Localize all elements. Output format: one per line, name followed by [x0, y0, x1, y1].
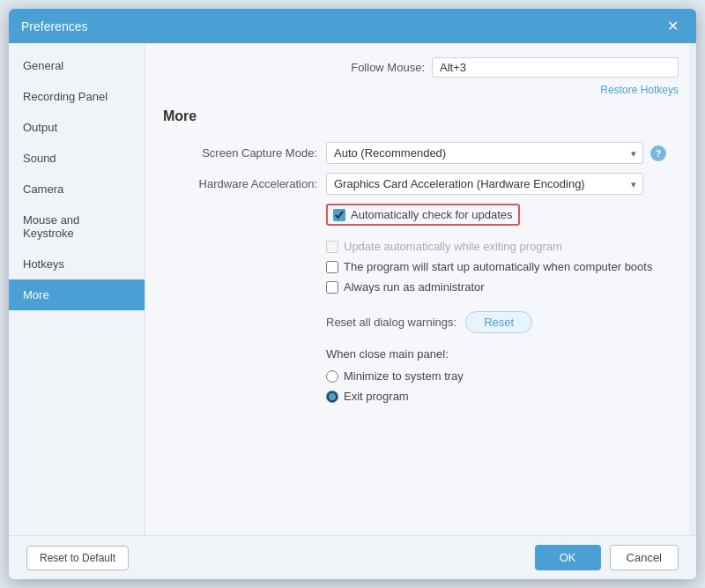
screen-capture-help-icon[interactable]: ?	[650, 145, 666, 161]
update-auto-checkbox[interactable]	[326, 241, 338, 253]
footer-actions: OK Cancel	[535, 545, 679, 570]
screen-capture-label: Screen Capture Mode:	[163, 146, 317, 160]
scrollbar[interactable]	[689, 43, 696, 535]
sidebar-item-hotkeys[interactable]: Hotkeys	[9, 249, 145, 279]
ok-button[interactable]: OK	[535, 545, 601, 570]
minimize-label[interactable]: Minimize to system tray	[344, 369, 464, 383]
startup-label[interactable]: The program will start up automatically …	[344, 260, 652, 273]
auto-check-checkbox[interactable]	[333, 209, 345, 221]
sidebar-item-more[interactable]: More	[9, 279, 145, 310]
sidebar-item-camera[interactable]: Camera	[9, 174, 145, 205]
sidebar-item-general[interactable]: General	[9, 50, 145, 81]
auto-check-label[interactable]: Automatically check for updates	[351, 208, 513, 221]
follow-mouse-label: Follow Mouse:	[351, 61, 425, 74]
dialog-body: General Recording Panel Output Sound Cam…	[9, 43, 696, 535]
screen-capture-select[interactable]: Auto (Recommended)	[326, 142, 643, 164]
sidebar-item-output[interactable]: Output	[9, 112, 145, 143]
preferences-dialog: Preferences ✕ General Recording Panel Ou…	[9, 9, 696, 579]
content-wrapper: Follow Mouse: Restore Hotkeys More Scree…	[145, 43, 696, 535]
admin-row: Always run as administrator	[326, 280, 679, 294]
startup-row: The program will start up automatically …	[326, 260, 679, 273]
sidebar-item-sound[interactable]: Sound	[9, 143, 145, 174]
reset-warnings-row: Reset all dialog warnings: Reset	[326, 311, 679, 333]
reset-warnings-label: Reset all dialog warnings:	[326, 316, 456, 329]
auto-check-highlighted-container: Automatically check for updates	[326, 204, 679, 233]
follow-mouse-row: Follow Mouse:	[163, 57, 679, 78]
admin-checkbox[interactable]	[326, 281, 338, 294]
minimize-radio[interactable]	[326, 370, 338, 383]
content-area: Follow Mouse: Restore Hotkeys More Scree…	[145, 43, 696, 419]
update-auto-row: Update automatically while exiting progr…	[326, 240, 679, 253]
title-bar: Preferences ✕	[9, 9, 696, 43]
hardware-accel-select[interactable]: Graphics Card Acceleration (Hardware Enc…	[326, 173, 643, 195]
update-auto-label[interactable]: Update automatically while exiting progr…	[344, 240, 562, 253]
dialog-title: Preferences	[21, 19, 87, 33]
screen-capture-select-wrapper: Auto (Recommended) ▾	[326, 142, 643, 164]
startup-checkbox[interactable]	[326, 261, 338, 273]
screen-capture-row: Screen Capture Mode: Auto (Recommended) …	[163, 142, 679, 164]
exit-label[interactable]: Exit program	[344, 390, 409, 403]
admin-label[interactable]: Always run as administrator	[344, 280, 485, 294]
minimize-radio-row: Minimize to system tray	[326, 369, 679, 383]
reset-default-button[interactable]: Reset to Default	[26, 546, 129, 570]
restore-hotkeys-link[interactable]: Restore Hotkeys	[600, 84, 679, 96]
sidebar: General Recording Panel Output Sound Cam…	[9, 43, 145, 535]
auto-check-row: Automatically check for updates	[326, 204, 520, 226]
hardware-accel-select-wrapper: Graphics Card Acceleration (Hardware Enc…	[326, 173, 643, 195]
exit-radio-row: Exit program	[326, 390, 679, 403]
restore-hotkeys-link-container: Restore Hotkeys	[163, 83, 679, 96]
hardware-accel-row: Hardware Acceleration: Graphics Card Acc…	[163, 173, 679, 195]
checkboxes-section: Automatically check for updates Update a…	[326, 204, 679, 301]
reset-warnings-button[interactable]: Reset	[465, 311, 532, 333]
dialog-footer: Reset to Default OK Cancel	[9, 535, 696, 579]
cancel-button[interactable]: Cancel	[610, 545, 679, 570]
close-button[interactable]: ✕	[662, 16, 684, 36]
follow-mouse-input[interactable]	[432, 57, 679, 78]
sidebar-item-recording-panel[interactable]: Recording Panel	[9, 81, 145, 112]
close-panel-section: When close main panel: Minimize to syste…	[326, 347, 679, 410]
close-panel-label: When close main panel:	[326, 347, 679, 361]
sidebar-item-mouse-keystroke[interactable]: Mouse and Keystroke	[9, 205, 145, 249]
more-section-title: More	[163, 108, 679, 130]
exit-radio[interactable]	[326, 391, 338, 403]
hardware-accel-label: Hardware Acceleration:	[163, 177, 317, 190]
